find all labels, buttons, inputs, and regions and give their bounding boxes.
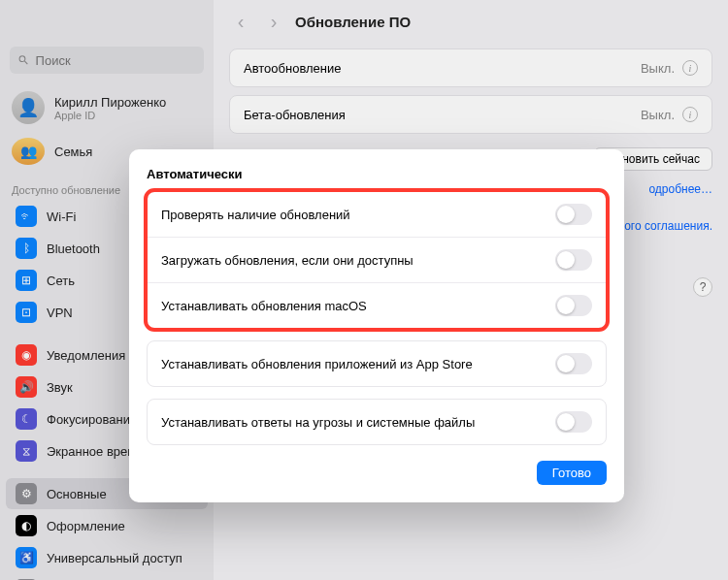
toggle-switch[interactable]: [555, 204, 592, 225]
toggle-label: Устанавливать обновления macOS: [161, 299, 367, 313]
toggle-row: Устанавливать ответы на угрозы и системн…: [148, 400, 606, 444]
done-button[interactable]: Готово: [537, 461, 607, 485]
sheet-title: Автоматически: [147, 167, 607, 181]
toggle-label: Устанавливать ответы на угрозы и системн…: [161, 415, 475, 430]
toggle-label: Загружать обновления, если они доступны: [161, 253, 414, 268]
toggle-switch[interactable]: [555, 295, 592, 316]
toggle-switch[interactable]: [555, 353, 592, 374]
toggle-label: Устанавливать обновления приложений из A…: [161, 357, 473, 371]
toggle-label: Проверять наличие обновлений: [161, 208, 350, 222]
auto-update-group-2: Устанавливать обновления приложений из A…: [147, 340, 607, 387]
auto-update-sheet: Автоматически Проверять наличие обновлен…: [129, 149, 624, 502]
auto-update-group-3: Устанавливать ответы на угрозы и системн…: [147, 399, 607, 445]
auto-update-group-1: Проверять наличие обновленийЗагружать об…: [147, 191, 607, 329]
toggle-row: Загружать обновления, если они доступны: [148, 238, 606, 283]
toggle-row: Устанавливать обновления macOS: [148, 283, 606, 328]
toggle-switch[interactable]: [555, 249, 592, 271]
toggle-switch[interactable]: [555, 411, 592, 433]
toggle-row: Устанавливать обновления приложений из A…: [148, 341, 606, 386]
toggle-row: Проверять наличие обновлений: [148, 192, 606, 238]
